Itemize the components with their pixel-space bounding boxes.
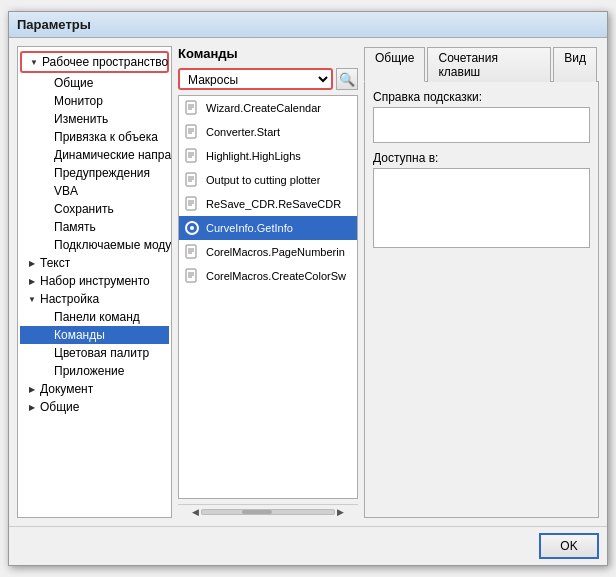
tree-item-change[interactable]: Изменить: [20, 110, 169, 128]
tree-item-toolset[interactable]: ▶Набор инструменто: [20, 272, 169, 290]
tree: ▼Рабочее пространствоОбщиеМониторИзменит…: [18, 47, 171, 420]
tree-label-vba: VBA: [54, 184, 78, 198]
tree-item-commands[interactable]: Команды: [20, 326, 169, 344]
command-item-pagenumber[interactable]: CorelMacros.PageNumberin: [179, 240, 357, 264]
tree-toggle-colorpalette: [38, 345, 54, 361]
tree-item-text[interactable]: ▶Текст: [20, 254, 169, 272]
tree-toggle-text[interactable]: ▶: [24, 255, 40, 271]
scroll-left-btn[interactable]: ◀: [190, 507, 201, 517]
command-icon-colorswitch: [183, 267, 201, 285]
scroll-thumb: [242, 510, 272, 514]
command-label-resave: ReSave_CDR.ReSaveCDR: [206, 198, 341, 210]
command-list: Wizard.CreateCalendar Converter.Start Hi…: [178, 95, 358, 499]
tree-label-setup: Настройка: [40, 292, 99, 306]
command-label-curveinfo: CurveInfo.GetInfo: [206, 222, 293, 234]
middle-panel: Команды МакросыФайлПравкаВидИнструменты …: [178, 46, 358, 518]
search-button[interactable]: 🔍: [336, 68, 358, 90]
tree-toggle-commands: [38, 327, 54, 343]
command-icon-resave: [183, 195, 201, 213]
tree-toggle-binding: [38, 129, 54, 145]
tree-item-dynamic[interactable]: Динамические напра: [20, 146, 169, 164]
tree-toggle-save: [38, 201, 54, 217]
tabs-row: ОбщиеСочетания клавишВид: [364, 46, 599, 82]
tree-item-general[interactable]: ▶Общие: [20, 398, 169, 416]
command-label-pagenumber: CorelMacros.PageNumberin: [206, 246, 345, 258]
command-icon-highlight: [183, 147, 201, 165]
tree-toggle-setup[interactable]: ▼: [24, 291, 40, 307]
tree-item-common[interactable]: Общие: [20, 74, 169, 92]
tree-toggle-plugins: [38, 237, 54, 253]
tree-item-panels[interactable]: Панели команд: [20, 308, 169, 326]
tab-general[interactable]: Общие: [364, 47, 425, 82]
command-item-curveinfo[interactable]: CurveInfo.GetInfo: [179, 216, 357, 240]
tree-toggle-applic: [38, 363, 54, 379]
command-item-resave[interactable]: ReSave_CDR.ReSaveCDR: [179, 192, 357, 216]
available-section: Доступна в:: [373, 151, 590, 248]
tree-item-warnings[interactable]: Предупреждения: [20, 164, 169, 182]
tree-label-workspace: Рабочее пространство: [42, 55, 168, 69]
scroll-track: [201, 509, 335, 515]
tooltip-label: Справка подсказки:: [373, 90, 590, 104]
tree-item-plugins[interactable]: Подключаемые моду: [20, 236, 169, 254]
left-tree-panel: ▼Рабочее пространствоОбщиеМониторИзменит…: [17, 46, 172, 518]
command-label-output: Output to cutting plotter: [206, 174, 320, 186]
bottom-bar: OK: [9, 526, 607, 565]
tree-label-general: Общие: [40, 400, 79, 414]
command-item-highlight[interactable]: Highlight.HighLighs: [179, 144, 357, 168]
tree-label-toolset: Набор инструменто: [40, 274, 150, 288]
tree-item-memory[interactable]: Память: [20, 218, 169, 236]
right-panel: ОбщиеСочетания клавишВид Справка подсказ…: [364, 46, 599, 518]
category-dropdown[interactable]: МакросыФайлПравкаВидИнструменты: [178, 68, 333, 90]
tree-item-applic[interactable]: Приложение: [20, 362, 169, 380]
tree-label-save: Сохранить: [54, 202, 114, 216]
tree-item-vba[interactable]: VBA: [20, 182, 169, 200]
tree-toggle-warnings: [38, 165, 54, 181]
dialog-body: ▼Рабочее пространствоОбщиеМониторИзменит…: [9, 38, 607, 526]
tree-label-document: Документ: [40, 382, 93, 396]
tree-item-document[interactable]: ▶Документ: [20, 380, 169, 398]
command-label-converter: Converter.Start: [206, 126, 280, 138]
tree-item-setup[interactable]: ▼Настройка: [20, 290, 169, 308]
dropdown-row: МакросыФайлПравкаВидИнструменты 🔍: [178, 68, 358, 90]
tree-item-workspace[interactable]: ▼Рабочее пространство: [20, 51, 169, 73]
title-bar: Параметры: [9, 12, 607, 38]
command-icon-curveinfo: [183, 219, 201, 237]
tree-toggle-panels: [38, 309, 54, 325]
dialog-window: Параметры ▼Рабочее пространствоОбщиеМони…: [8, 11, 608, 566]
tree-toggle-workspace[interactable]: ▼: [26, 54, 42, 70]
tree-toggle-toolset[interactable]: ▶: [24, 273, 40, 289]
tree-label-monitor: Монитор: [54, 94, 103, 108]
tree-toggle-document[interactable]: ▶: [24, 381, 40, 397]
tree-toggle-general[interactable]: ▶: [24, 399, 40, 415]
command-list-scrollbar[interactable]: ◀ ▶: [178, 504, 358, 518]
tree-toggle-change: [38, 111, 54, 127]
command-item-colorswitch[interactable]: CorelMacros.CreateColorSw: [179, 264, 357, 288]
tree-label-change: Изменить: [54, 112, 108, 126]
command-item-output[interactable]: Output to cutting plotter: [179, 168, 357, 192]
command-item-wizard[interactable]: Wizard.CreateCalendar: [179, 96, 357, 120]
scroll-right-btn[interactable]: ▶: [335, 507, 346, 517]
command-label-wizard: Wizard.CreateCalendar: [206, 102, 321, 114]
tree-label-commands: Команды: [54, 328, 105, 342]
tree-toggle-monitor: [38, 93, 54, 109]
commands-title: Команды: [178, 46, 358, 61]
tab-content: Справка подсказки: Доступна в:: [364, 82, 599, 518]
svg-point-21: [190, 226, 194, 230]
tree-item-monitor[interactable]: Монитор: [20, 92, 169, 110]
tree-item-save[interactable]: Сохранить: [20, 200, 169, 218]
tree-label-applic: Приложение: [54, 364, 124, 378]
tree-item-colorpalette[interactable]: Цветовая палитр: [20, 344, 169, 362]
tree-item-binding[interactable]: Привязка к объека: [20, 128, 169, 146]
tab-shortcuts[interactable]: Сочетания клавиш: [427, 47, 551, 82]
tree-label-memory: Память: [54, 220, 96, 234]
command-icon-wizard: [183, 99, 201, 117]
dialog-title: Параметры: [17, 17, 91, 32]
tree-toggle-vba: [38, 183, 54, 199]
command-icon-converter: [183, 123, 201, 141]
tab-view[interactable]: Вид: [553, 47, 597, 82]
tree-toggle-common: [38, 75, 54, 91]
tree-label-colorpalette: Цветовая палитр: [54, 346, 149, 360]
available-field: [373, 168, 590, 248]
command-item-converter[interactable]: Converter.Start: [179, 120, 357, 144]
ok-button[interactable]: OK: [539, 533, 599, 559]
